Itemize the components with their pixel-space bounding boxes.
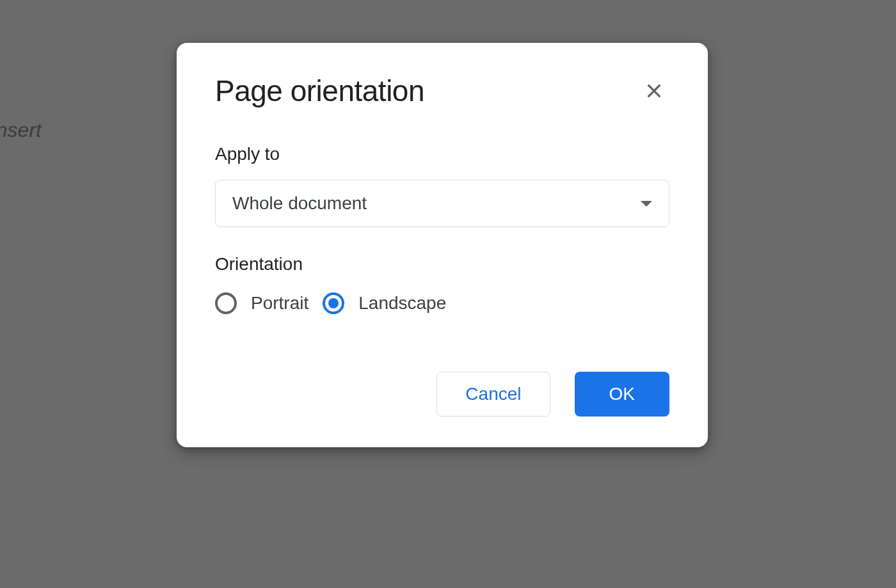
orientation-label: Orientation <box>215 254 669 274</box>
cancel-button[interactable]: Cancel <box>436 372 550 417</box>
landscape-radio-label: Landscape <box>358 293 446 314</box>
close-icon <box>644 81 664 101</box>
radio-selected-icon <box>323 292 344 314</box>
portrait-radio-label: Portrait <box>251 293 308 314</box>
orientation-radio-group: Portrait Landscape <box>215 292 669 314</box>
apply-to-label: Apply to <box>215 144 669 164</box>
apply-to-selected-value: Whole document <box>232 193 367 214</box>
apply-to-dropdown[interactable]: Whole document <box>215 180 669 227</box>
orientation-section: Orientation Portrait Landscape <box>215 254 669 314</box>
page-orientation-dialog: Page orientation Apply to Whole document… <box>177 43 708 447</box>
radio-unselected-icon <box>215 292 237 314</box>
landscape-radio-option[interactable]: Landscape <box>323 292 446 314</box>
ok-button[interactable]: OK <box>575 372 669 417</box>
dialog-title: Page orientation <box>215 74 424 108</box>
chevron-down-icon <box>641 201 652 207</box>
radio-inner-dot <box>328 298 339 308</box>
apply-to-section: Apply to Whole document <box>215 144 669 227</box>
portrait-radio-option[interactable]: Portrait <box>215 292 308 314</box>
dialog-header: Page orientation <box>215 74 669 108</box>
dialog-button-row: Cancel OK <box>215 372 669 417</box>
background-document-text: o insert <box>0 118 42 142</box>
close-button[interactable] <box>639 75 669 106</box>
